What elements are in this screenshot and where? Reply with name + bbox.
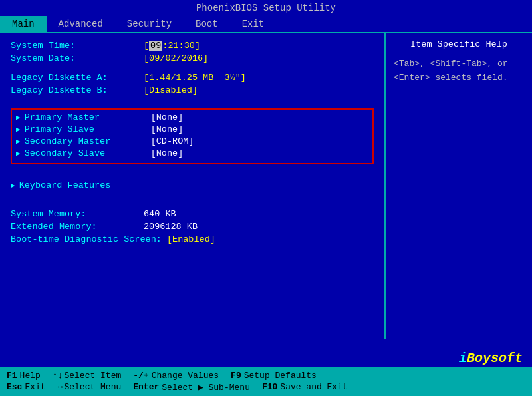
title-bar: PhoenixBIOS Setup Utility bbox=[0, 0, 532, 16]
secondary-slave-arrow: ▶ bbox=[16, 149, 21, 158]
secondary-slave-label: Secondary Slave bbox=[25, 148, 151, 158]
secondary-master-arrow: ▶ bbox=[16, 137, 21, 146]
save-exit-shortcut: F10 Save and Exit bbox=[262, 382, 348, 393]
keyboard-features-row[interactable]: ▶ Keyboard Features bbox=[11, 180, 374, 190]
bios-title: PhoenixBIOS Setup Utility bbox=[196, 3, 336, 13]
extended-memory-label: Extended Memory: bbox=[11, 222, 144, 232]
system-time-label: System Time: bbox=[11, 41, 144, 51]
menu-exit[interactable]: Exit bbox=[230, 16, 277, 32]
system-memory-row: System Memory: 640 KB bbox=[11, 209, 374, 219]
submenu-desc: Select ▶ Sub-Menu bbox=[162, 382, 250, 393]
system-date-row: System Date: [09/02/2016] bbox=[11, 53, 374, 63]
f10-key: F10 bbox=[262, 382, 277, 392]
right-panel: Item Specific Help <Tab>, <Shift-Tab>, o… bbox=[386, 33, 532, 339]
system-date-value[interactable]: [09/02/2016] bbox=[144, 53, 208, 63]
secondary-master-row[interactable]: ▶ Secondary Master [CD-ROM] bbox=[16, 136, 368, 146]
system-time-row: System Time: [09:21:30] bbox=[11, 41, 374, 51]
menu-main[interactable]: Main bbox=[0, 16, 47, 32]
help-title: Item Specific Help bbox=[394, 39, 524, 49]
select-item-desc: Select Item bbox=[64, 371, 121, 381]
secondary-slave-value: [None] bbox=[151, 148, 184, 158]
primary-master-row[interactable]: ▶ Primary Master [None] bbox=[16, 112, 368, 122]
select-menu-shortcut: ↔ Select Menu bbox=[58, 382, 122, 393]
submenu-shortcut: Enter Select ▶ Sub-Menu bbox=[133, 382, 250, 393]
save-exit-desc: Save and Exit bbox=[280, 382, 347, 392]
primary-slave-row[interactable]: ▶ Primary Slave [None] bbox=[16, 124, 368, 134]
diskette-b-row: Legacy Diskette B: [Disabled] bbox=[11, 85, 374, 95]
diskette-b-value[interactable]: [Disabled] bbox=[144, 85, 198, 95]
menu-bar: Main Advanced Security Boot Exit bbox=[0, 16, 532, 33]
f1-key: F1 bbox=[7, 371, 17, 381]
change-values-shortcut: -/+ Change Values bbox=[133, 371, 219, 381]
brand: iBoysoft bbox=[459, 351, 523, 366]
primary-slave-label: Primary Slave bbox=[25, 124, 151, 134]
plusminus-key: -/+ bbox=[133, 371, 148, 381]
keyboard-label: Keyboard Features bbox=[19, 180, 111, 190]
select-item-shortcut: ↑↓ Select Item bbox=[53, 371, 121, 381]
exit-shortcut: Esc Exit bbox=[7, 382, 46, 393]
diskette-a-label: Legacy Diskette A: bbox=[11, 73, 144, 83]
leftright-key: ↔ bbox=[58, 382, 63, 392]
brand-rest: Boysoft bbox=[467, 351, 523, 366]
menu-advanced[interactable]: Advanced bbox=[47, 16, 115, 32]
brand-prefix: i bbox=[459, 351, 467, 366]
menu-boot[interactable]: Boot bbox=[184, 16, 230, 32]
primary-slave-arrow: ▶ bbox=[16, 125, 21, 134]
memory-section: System Memory: 640 KB Extended Memory: 2… bbox=[11, 209, 374, 244]
enter-key: Enter bbox=[133, 382, 159, 392]
diskette-b-label: Legacy Diskette B: bbox=[11, 85, 144, 95]
diskette-a-row: Legacy Diskette A: [1.44/1.25 MB 3½"] bbox=[11, 73, 374, 83]
secondary-master-label: Secondary Master bbox=[25, 136, 151, 146]
primary-master-label: Primary Master bbox=[25, 112, 151, 122]
drive-section: ▶ Primary Master [None] ▶ Primary Slave … bbox=[11, 108, 374, 164]
secondary-slave-row[interactable]: ▶ Secondary Slave [None] bbox=[16, 148, 368, 158]
system-memory-label: System Memory: bbox=[11, 209, 144, 219]
help-text: <Tab>, <Shift-Tab>, or <Enter> selects f… bbox=[394, 57, 524, 85]
f9-key: F9 bbox=[231, 371, 241, 381]
bottom-bar: F1 Help ↑↓ Select Item -/+ Change Values… bbox=[0, 367, 532, 396]
setup-defaults-shortcut: F9 Setup Defaults bbox=[231, 371, 317, 381]
menu-security[interactable]: Security bbox=[115, 16, 184, 32]
primary-slave-value: [None] bbox=[151, 124, 184, 134]
boot-diag-label: Boot-time Diagnostic Screen: bbox=[11, 234, 162, 244]
main-layout: System Time: [09:21:30] System Date: [09… bbox=[0, 33, 532, 339]
system-memory-value: 640 KB bbox=[144, 209, 176, 219]
help-desc: Help bbox=[20, 371, 41, 381]
keyboard-arrow: ▶ bbox=[11, 181, 15, 190]
updown-key: ↑↓ bbox=[53, 371, 63, 381]
boot-diag-row: Boot-time Diagnostic Screen: [Enabled] bbox=[11, 234, 374, 244]
extended-memory-value: 2096128 KB bbox=[144, 222, 198, 232]
secondary-master-value: [CD-ROM] bbox=[151, 136, 194, 146]
extended-memory-row: Extended Memory: 2096128 KB bbox=[11, 222, 374, 232]
diskette-a-value[interactable]: [1.44/1.25 MB 3½"] bbox=[144, 73, 246, 83]
boot-diag-value: [Enabled] bbox=[162, 234, 215, 244]
left-panel: System Time: [09:21:30] System Date: [09… bbox=[0, 33, 386, 339]
primary-master-value: [None] bbox=[151, 112, 184, 122]
change-values-desc: Change Values bbox=[152, 371, 219, 381]
exit-desc: Exit bbox=[25, 382, 45, 392]
select-menu-desc: Select Menu bbox=[64, 382, 121, 392]
primary-master-arrow: ▶ bbox=[16, 113, 21, 122]
esc-key: Esc bbox=[7, 382, 22, 392]
help-shortcut: F1 Help bbox=[7, 371, 41, 381]
system-time-value[interactable]: [09:21:30] bbox=[144, 41, 200, 51]
system-date-label: System Date: bbox=[11, 53, 144, 63]
setup-defaults-desc: Setup Defaults bbox=[244, 371, 317, 381]
